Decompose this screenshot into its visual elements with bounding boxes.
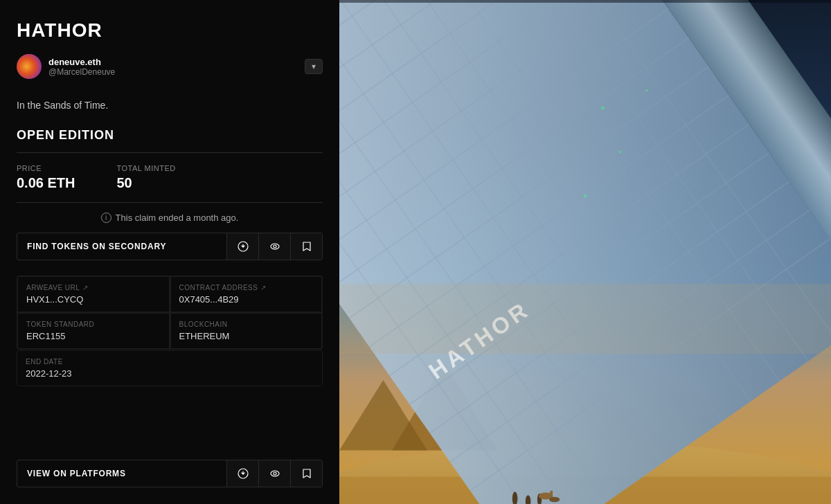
blockchain-label: BLOCKCHAIN [179, 321, 228, 328]
author-row: deneuve.eth @MarcelDeneuve ▾ [17, 54, 323, 79]
description: In the Sands of Time. [17, 98, 323, 113]
right-panel: HATHOR [339, 0, 831, 504]
price-block: PRICE 0.06 ETH [17, 164, 75, 191]
view-button[interactable] [258, 233, 290, 260]
bottom-download-icon [238, 468, 249, 479]
page-title: HATHOR [17, 19, 323, 42]
contract-address-value: 0X7405...4B29 [179, 294, 314, 305]
svg-point-4 [271, 471, 279, 476]
primary-action-bar: FIND TOKENS ON SECONDARY [17, 233, 323, 260]
svg-point-5 [274, 472, 276, 475]
download-button[interactable] [226, 233, 258, 260]
price-value: 0.06 ETH [17, 175, 75, 191]
token-standard-cell: TOKEN STANDARD ERC1155 [17, 313, 170, 349]
bottom-bookmark-button[interactable] [290, 460, 322, 487]
price-label: PRICE [17, 164, 75, 172]
svg-rect-50 [550, 491, 553, 498]
svg-rect-56 [339, 284, 831, 354]
svg-point-55 [645, 89, 648, 92]
author-info: deneuve.eth @MarcelDeneuve [48, 57, 115, 77]
stats-row: PRICE 0.06 ETH TOTAL MINTED 50 [17, 164, 323, 191]
arweave-url-cell: ARWEAVE URL ↗ HVX1...CYCQ [17, 276, 170, 312]
author-name: deneuve.eth [48, 57, 115, 67]
arweave-url-value: HVX1...CYCQ [26, 294, 161, 305]
bookmark-icon [302, 241, 312, 252]
left-panel: HATHOR deneuve.eth @MarcelDeneuve ▾ In t… [0, 0, 339, 504]
edition-type-label: OPEN EDITION [17, 128, 323, 143]
metadata-grid: ARWEAVE URL ↗ HVX1...CYCQ CONTRACT ADDRE… [17, 276, 323, 350]
minted-value: 50 [116, 175, 175, 191]
divider-1 [17, 152, 323, 153]
avatar [17, 54, 42, 79]
arweave-url-label: ARWEAVE URL [26, 284, 80, 291]
blockchain-value: ETHEREUM [179, 331, 314, 341]
chevron-down-icon: ▾ [312, 62, 316, 71]
svg-point-53 [619, 151, 622, 154]
expand-button[interactable]: ▾ [305, 59, 323, 74]
token-standard-label: TOKEN STANDARD [26, 321, 94, 328]
bottom-action-icons [226, 460, 322, 487]
bottom-download-button[interactable] [226, 460, 258, 487]
blockchain-cell: BLOCKCHAIN ETHEREUM [170, 313, 323, 349]
view-platforms-label: VIEW ON PLATFORMS [17, 460, 226, 487]
external-link-icon-contract: ↗ [260, 284, 267, 291]
bookmark-button[interactable] [290, 233, 322, 260]
author-twitter: @MarcelDeneuve [48, 67, 115, 77]
end-date-label: END DATE [26, 358, 63, 366]
bottom-view-button[interactable] [258, 460, 290, 487]
svg-point-54 [583, 194, 587, 197]
bottom-action-bar: VIEW ON PLATFORMS [17, 460, 323, 487]
info-icon: i [101, 213, 111, 223]
bottom-eye-icon [269, 468, 280, 479]
end-date-block: END DATE 2022-12-23 [17, 350, 323, 386]
svg-point-2 [274, 245, 276, 248]
download-icon [238, 241, 249, 252]
svg-point-1 [271, 244, 279, 249]
svg-rect-57 [339, 0, 831, 3]
divider-2 [17, 202, 323, 203]
eye-icon [269, 241, 280, 252]
external-link-icon-arweave: ↗ [82, 284, 89, 291]
minted-label: TOTAL MINTED [116, 164, 175, 172]
bottom-bookmark-icon [302, 468, 312, 479]
claim-notice-text: This claim ended a month ago. [116, 213, 239, 223]
token-standard-value: ERC1155 [26, 331, 161, 341]
artwork-svg: HATHOR [339, 0, 831, 504]
svg-point-52 [601, 107, 605, 110]
contract-address-cell: CONTRACT ADDRESS ↗ 0X7405...4B29 [170, 276, 323, 312]
minted-block: TOTAL MINTED 50 [116, 164, 175, 191]
svg-point-51 [549, 497, 560, 503]
end-date-value: 2022-12-23 [26, 368, 314, 379]
claim-notice: i This claim ended a month ago. [17, 213, 323, 223]
artwork-background: HATHOR [339, 0, 831, 504]
find-tokens-label: FIND TOKENS ON SECONDARY [17, 233, 226, 260]
action-icons [226, 233, 322, 260]
contract-address-label: CONTRACT ADDRESS [179, 284, 258, 291]
